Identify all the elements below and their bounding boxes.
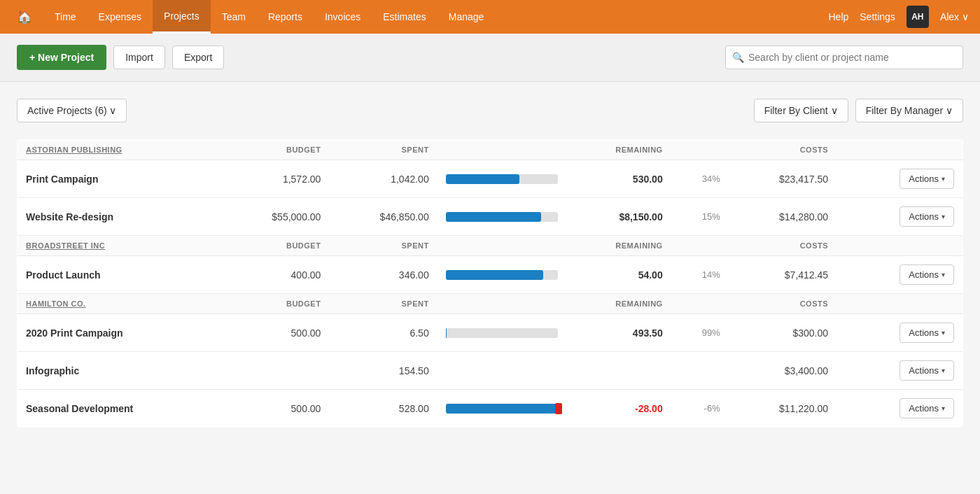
project-remaining-0-1: $8,150.00 <box>566 198 671 236</box>
nav-items: Time Expenses Projects Team Reports Invo… <box>43 0 828 34</box>
col-pct-header-0 <box>671 140 729 160</box>
client-name-1: BROADSTREET INC <box>18 236 222 256</box>
filter-by-manager-button[interactable]: Filter By Manager ∨ <box>855 99 963 122</box>
project-actions-cell-1-0: Actions ▾ <box>836 256 962 294</box>
project-actions-cell-2-1: Actions ▾ <box>836 352 962 390</box>
new-project-button[interactable]: + New Project <box>17 45 106 70</box>
home-icon[interactable]: 🏠 <box>11 9 38 24</box>
actions-button-2-0[interactable]: Actions ▾ <box>899 323 954 343</box>
nav-invoices[interactable]: Invoices <box>314 0 372 34</box>
project-spent-2-0: 6.50 <box>329 314 437 352</box>
progress-bar-2-0 <box>446 328 558 338</box>
col-costs-header-2: Costs <box>729 294 836 314</box>
actions-label-2-1: Actions <box>909 365 939 376</box>
nav-right: Help Settings AH Alex ∨ <box>828 6 969 28</box>
project-row-0-1: Website Re-design $55,000.00 $46,850.00 … <box>18 198 963 236</box>
progress-fill-2-0 <box>446 328 447 338</box>
project-budget-2-2: 500.00 <box>221 390 329 428</box>
col-bar-header-1 <box>438 236 566 256</box>
project-remaining-2-1 <box>566 352 671 390</box>
active-projects-filter[interactable]: Active Projects (6) ∨ <box>17 99 127 122</box>
col-spent-header-2: Spent <box>329 294 437 314</box>
col-actions-header-0 <box>836 140 962 160</box>
actions-label-1-0: Actions <box>909 269 939 280</box>
col-costs-header-0: Costs <box>729 140 836 160</box>
col-costs-header-1: Costs <box>729 236 836 256</box>
projects-table: ASTORIAN PUBLISHING Budget Spent Remaini… <box>17 139 963 428</box>
project-progress-1-0 <box>438 256 566 294</box>
help-link[interactable]: Help <box>828 11 848 22</box>
import-button[interactable]: Import <box>113 45 165 69</box>
project-spent-1-0: 346.00 <box>329 256 437 294</box>
project-spent-2-1: 154.50 <box>329 352 437 390</box>
actions-button-0-1[interactable]: Actions ▾ <box>899 206 954 227</box>
chevron-down-icon-1-0: ▾ <box>941 271 945 278</box>
col-remaining-header-0: Remaining <box>566 140 671 160</box>
username[interactable]: Alex ∨ <box>940 11 969 22</box>
actions-button-2-1[interactable]: Actions ▾ <box>899 360 954 381</box>
search-wrap: 🔍 <box>725 45 963 69</box>
project-budget-2-1 <box>221 352 329 390</box>
client-link-2[interactable]: HAMILTON CO. <box>26 299 86 308</box>
client-link-1[interactable]: BROADSTREET INC <box>26 241 105 250</box>
toolbar: + New Project Import Export 🔍 <box>0 34 980 82</box>
col-remaining-header-2: Remaining <box>566 294 671 314</box>
project-budget-2-0: 500.00 <box>221 314 329 352</box>
progress-bar-0-1 <box>446 212 558 222</box>
col-budget-header-0: Budget <box>221 140 329 160</box>
progress-fill-0-0 <box>446 174 520 184</box>
project-pct-1-0: 14% <box>671 256 729 294</box>
col-pct-header-2 <box>671 294 729 314</box>
nav-reports[interactable]: Reports <box>257 0 314 34</box>
project-name-2-1: Infographic <box>18 352 222 390</box>
actions-button-2-2[interactable]: Actions ▾ <box>899 398 954 418</box>
project-name-0-1: Website Re-design <box>18 198 222 236</box>
project-name-2-2: Seasonal Development <box>18 390 222 428</box>
actions-button-0-0[interactable]: Actions ▾ <box>899 169 954 189</box>
nav-expenses[interactable]: Expenses <box>88 0 153 34</box>
actions-label-0-0: Actions <box>909 174 939 184</box>
settings-link[interactable]: Settings <box>860 11 895 22</box>
progress-bar-1-0 <box>446 270 558 280</box>
nav-team[interactable]: Team <box>211 0 257 34</box>
project-progress-2-2 <box>438 390 566 428</box>
col-pct-header-1 <box>671 236 729 256</box>
project-actions-cell-0-1: Actions ▾ <box>836 198 962 236</box>
filter-by-client-button[interactable]: Filter By Client ∨ <box>754 99 848 122</box>
progress-bar-2-2 <box>446 404 558 414</box>
actions-button-1-0[interactable]: Actions ▾ <box>899 264 954 285</box>
chevron-down-icon-0-1: ▾ <box>941 213 945 220</box>
search-input[interactable] <box>725 45 963 69</box>
project-costs-1-0: $7,412.45 <box>729 256 836 294</box>
chevron-down-icon-0-0: ▾ <box>941 175 945 183</box>
nav-estimates[interactable]: Estimates <box>372 0 437 34</box>
project-pct-2-0: 99% <box>671 314 729 352</box>
project-pct-0-0: 34% <box>671 160 729 198</box>
project-spent-0-0: 1,042.00 <box>329 160 437 198</box>
export-button[interactable]: Export <box>172 45 224 69</box>
col-remaining-header-1: Remaining <box>566 236 671 256</box>
project-progress-0-0 <box>438 160 566 198</box>
project-actions-cell-2-2: Actions ▾ <box>836 390 962 428</box>
overflow-marker-2-2 <box>555 403 562 414</box>
project-progress-0-1 <box>438 198 566 236</box>
actions-label-0-1: Actions <box>909 211 939 222</box>
project-remaining-2-0: 493.50 <box>566 314 671 352</box>
nav-time[interactable]: Time <box>43 0 88 34</box>
project-spent-2-2: 528.00 <box>329 390 437 428</box>
col-bar-header-2 <box>438 294 566 314</box>
project-costs-0-0: $23,417.50 <box>729 160 836 198</box>
filter-right: Filter By Client ∨ Filter By Manager ∨ <box>754 99 963 122</box>
progress-bar-0-0 <box>446 174 558 184</box>
project-pct-2-2: -6% <box>671 390 729 428</box>
client-link-0[interactable]: ASTORIAN PUBLISHING <box>26 146 122 154</box>
project-budget-0-1: $55,000.00 <box>221 198 329 236</box>
nav-manage[interactable]: Manage <box>438 0 496 34</box>
project-row-2-1: Infographic 154.50 $3,400.00 Actions ▾ <box>18 352 963 390</box>
col-spent-header-0: Spent <box>329 140 437 160</box>
chevron-down-icon-2-2: ▾ <box>941 404 945 412</box>
project-remaining-1-0: 54.00 <box>566 256 671 294</box>
project-pct-2-1 <box>671 352 729 390</box>
project-budget-1-0: 400.00 <box>221 256 329 294</box>
nav-projects[interactable]: Projects <box>153 0 211 34</box>
